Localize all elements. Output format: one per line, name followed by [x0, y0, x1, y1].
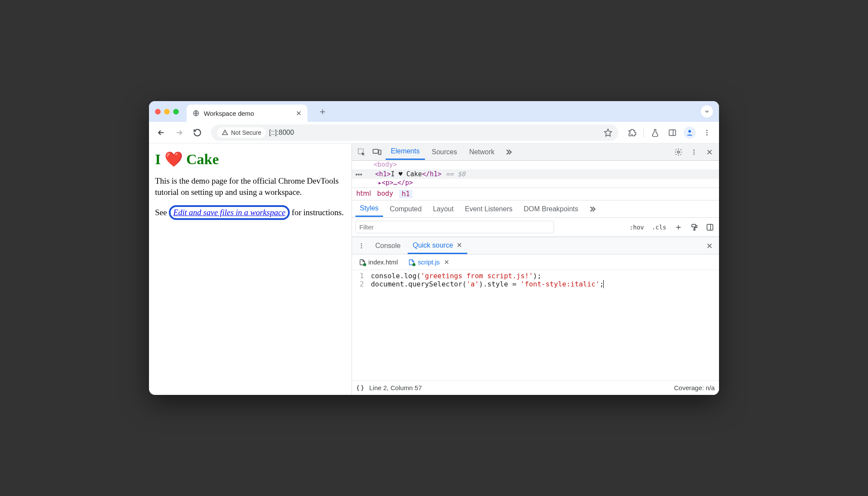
styles-tools: :hov .cls ＋ — [628, 220, 716, 234]
svg-rect-8 — [379, 150, 381, 154]
minimize-window-icon[interactable] — [164, 109, 170, 114]
dom-row-selected[interactable]: <h1>I ♥ Cake</h1> == $0 — [367, 169, 719, 179]
maximize-window-icon[interactable] — [173, 109, 179, 114]
file-tab-script-label: script.js — [418, 258, 440, 266]
browser-tab[interactable]: Workspace demo ✕ — [187, 105, 307, 122]
settings-icon[interactable] — [672, 145, 685, 159]
inspect-element-icon[interactable] — [355, 145, 368, 159]
link-highlight: Edit and save files in a workspace — [169, 205, 290, 220]
device-toolbar-icon[interactable] — [370, 145, 384, 159]
file-icon — [408, 259, 415, 266]
url-text: [::]:8000 — [269, 129, 294, 137]
close-quick-source-icon[interactable]: ✕ — [456, 242, 462, 249]
labs-icon[interactable] — [647, 125, 663, 140]
back-button[interactable] — [153, 125, 169, 140]
svg-point-11 — [694, 151, 695, 153]
svg-point-2 — [688, 130, 691, 133]
close-file-tab-icon[interactable]: ✕ — [444, 258, 450, 266]
devtools-menu-icon[interactable] — [687, 145, 701, 159]
svg-rect-13 — [692, 224, 696, 227]
svg-rect-15 — [707, 224, 713, 230]
dom-eq: == $0 — [446, 170, 465, 178]
drawer-tab-console[interactable]: Console — [370, 238, 406, 253]
cursor-position: Line 2, Column 57 — [369, 384, 422, 391]
svg-point-4 — [706, 132, 708, 133]
globe-icon — [193, 110, 200, 117]
workspace-link[interactable]: Edit and save files in a workspace — [173, 208, 285, 217]
close-window-icon[interactable] — [155, 109, 161, 114]
tab-styles[interactable]: Styles — [355, 201, 383, 217]
tab-dom-breakpoints[interactable]: DOM Breakpoints — [520, 202, 583, 216]
security-chip[interactable]: Not Secure — [217, 127, 266, 138]
format-icon[interactable] — [356, 384, 364, 392]
svg-point-18 — [361, 247, 362, 248]
security-label: Not Secure — [231, 129, 261, 136]
close-tab-icon[interactable]: ✕ — [296, 109, 301, 118]
cursor — [603, 280, 604, 288]
dom-close-tag: </h1> — [422, 170, 441, 178]
extensions-icon[interactable] — [624, 125, 640, 140]
hov-toggle[interactable]: :hov — [628, 223, 646, 232]
svg-point-5 — [706, 134, 708, 135]
titlebar: Workspace demo ✕ ＋ — [149, 101, 719, 122]
page-viewport[interactable]: I ❤️ Cake This is the demo page for the … — [149, 143, 352, 395]
drawer-menu-icon[interactable] — [355, 239, 368, 253]
dom-tree[interactable]: <body> ••• <h1>I ♥ Cake</h1> == $0 ▸<p>…… — [352, 161, 719, 188]
side-panel-icon[interactable] — [665, 125, 680, 140]
coverage-status: Coverage: n/a — [674, 384, 715, 391]
menu-icon[interactable] — [699, 125, 715, 140]
svg-rect-1 — [669, 130, 676, 135]
dom-row-p[interactable]: ▸<p>…</p> — [352, 179, 719, 188]
tab-network[interactable]: Network — [464, 145, 500, 159]
close-devtools-icon[interactable] — [703, 145, 716, 159]
bookmark-icon[interactable] — [604, 128, 612, 137]
file-tab-script[interactable]: script.js ✕ — [404, 256, 454, 269]
crumb-html[interactable]: html — [356, 190, 371, 198]
more-tabs-icon[interactable] — [501, 145, 515, 159]
dom-more-icon[interactable]: ••• — [352, 171, 362, 178]
file-tabs: index.html script.js ✕ — [352, 254, 719, 270]
tab-sources[interactable]: Sources — [427, 145, 463, 159]
dom-breadcrumbs[interactable]: html body h1 — [352, 188, 719, 200]
forward-button[interactable] — [171, 125, 187, 140]
styles-filter-row: :hov .cls ＋ — [352, 218, 719, 237]
cls-toggle[interactable]: .cls — [650, 223, 668, 232]
svg-point-10 — [694, 149, 695, 151]
close-drawer-icon[interactable] — [703, 239, 716, 253]
svg-rect-14 — [694, 229, 695, 230]
crumb-h1[interactable]: h1 — [399, 190, 412, 198]
gutter: 12 — [352, 272, 371, 378]
para2-suffix: for instructions. — [290, 208, 344, 217]
computed-panel-icon[interactable] — [704, 223, 716, 232]
drawer: Console Quick source✕ — [352, 237, 719, 395]
new-tab-button[interactable]: ＋ — [318, 105, 327, 118]
profile-button[interactable] — [682, 125, 697, 140]
tab-computed[interactable]: Computed — [386, 202, 426, 216]
code-line-1: console.log('greetings from script.js!')… — [371, 272, 715, 280]
more-styles-tabs-icon[interactable] — [585, 202, 599, 216]
tab-search-button[interactable] — [701, 105, 713, 118]
tab-layout[interactable]: Layout — [428, 202, 458, 216]
crumb-body[interactable]: body — [377, 190, 393, 198]
styles-filter-input[interactable] — [355, 221, 554, 233]
page-paragraph-2: See Edit and save files in a workspace f… — [155, 205, 345, 220]
address-bar[interactable]: Not Secure [::]:8000 — [211, 124, 618, 141]
new-style-rule-icon[interactable]: ＋ — [672, 220, 684, 234]
paint-icon[interactable] — [689, 223, 700, 232]
divider — [643, 128, 644, 137]
file-icon — [359, 259, 366, 266]
file-tab-index[interactable]: index.html — [355, 256, 402, 268]
svg-point-3 — [706, 130, 708, 131]
content-area: I ❤️ Cake This is the demo page for the … — [149, 143, 719, 395]
reload-button[interactable] — [190, 125, 205, 140]
code-editor[interactable]: 12 console.log('greetings from script.js… — [352, 270, 719, 380]
code-lines: console.log('greetings from script.js!')… — [371, 272, 719, 378]
tab-event-listeners[interactable]: Event Listeners — [460, 202, 516, 216]
dom-row-body[interactable]: <body> — [352, 161, 719, 169]
drawer-tab-quick-source[interactable]: Quick source✕ — [408, 238, 467, 254]
tab-elements[interactable]: Elements — [386, 144, 425, 160]
code-line-2: document.querySelector('a').style = 'fon… — [371, 280, 715, 288]
page-heading: I ❤️ Cake — [155, 150, 345, 168]
svg-point-9 — [678, 151, 680, 153]
drawer-tab-quick-source-label: Quick source — [413, 242, 453, 249]
